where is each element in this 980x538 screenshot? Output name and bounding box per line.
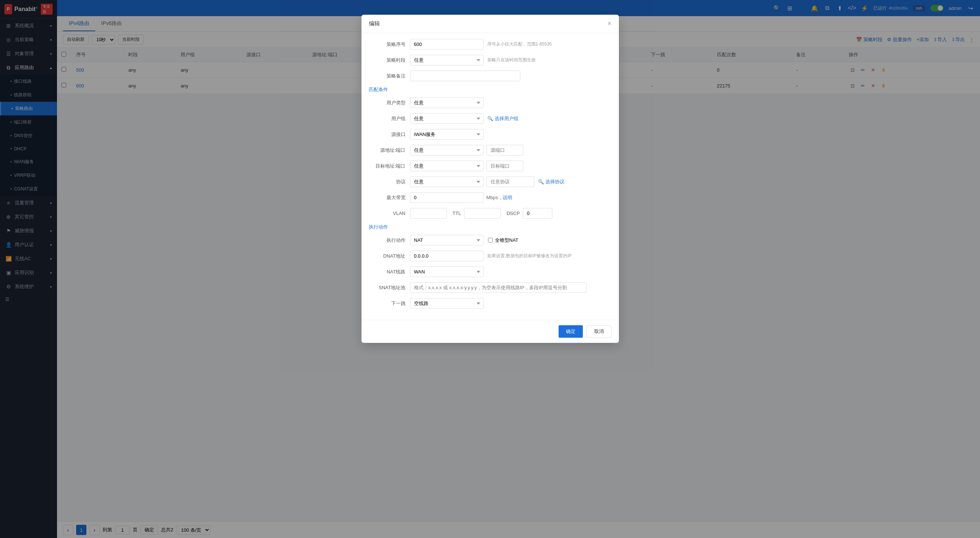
src-addr-row: 源地址:端口 任意 xyxy=(369,145,611,156)
search-icon: 🔍 xyxy=(487,116,493,121)
bandwidth-row: 最大带宽 Mbps， 说明 xyxy=(369,192,611,203)
full-cone-checkbox[interactable] xyxy=(488,238,493,243)
remark-label: 策略备注 xyxy=(369,73,406,79)
select-protocol-label: 选择协议 xyxy=(545,179,565,185)
dnat-hint: 如果设置,数据包的目标IP被修改为设置的IP xyxy=(487,253,572,259)
user-type-select[interactable]: 任意 xyxy=(410,97,484,108)
dst-addr-select[interactable]: 任意 xyxy=(410,160,484,171)
bandwidth-help-link[interactable]: 说明 xyxy=(503,194,512,201)
snat-input[interactable] xyxy=(410,282,587,293)
next-hop-select[interactable]: 空线路 xyxy=(410,298,484,309)
bandwidth-input[interactable] xyxy=(410,192,484,203)
protocol-select[interactable]: 任意 xyxy=(410,176,484,187)
src-port-input[interactable] xyxy=(487,145,523,156)
bandwidth-label: 最大带宽 xyxy=(369,194,406,201)
dnat-row: DNAT地址 如果设置,数据包的目标IP被修改为设置的IP xyxy=(369,251,611,261)
action-section-title: 执行动作 xyxy=(369,224,611,230)
modal-body: 策略序号 序号从小往大匹配，范围1-65535 策略时段 任意 策略只在该时间范… xyxy=(361,33,619,320)
dscp-input[interactable] xyxy=(523,208,552,219)
next-hop-row: 下一跳 空线路 xyxy=(369,298,611,309)
modal-header: 编辑 × xyxy=(361,15,619,33)
period-row: 策略时段 任意 策略只在该时间范围生效 xyxy=(369,55,611,65)
action-select[interactable]: NAT xyxy=(410,235,484,246)
snat-row: SNAT地址池 xyxy=(369,282,611,293)
nat-line-row: NAT线路 WAN xyxy=(369,267,611,277)
action-label: 执行动作 xyxy=(369,237,406,244)
period-hint: 策略只在该时间范围生效 xyxy=(487,57,536,63)
select-protocol-link[interactable]: 🔍 选择协议 xyxy=(538,179,565,185)
seq-row: 策略序号 序号从小往大匹配，范围1-65535 xyxy=(369,39,611,49)
src-addr-label: 源地址:端口 xyxy=(369,147,406,154)
dst-addr-label: 目标地址:端口 xyxy=(369,163,406,170)
dnat-label: DNAT地址 xyxy=(369,253,406,259)
modal-overlay: 编辑 × 策略序号 序号从小往大匹配，范围1-65535 策略时段 任意 策略只… xyxy=(0,0,980,538)
src-iface-label: 源接口 xyxy=(369,131,406,138)
match-section-title: 匹配条件 xyxy=(369,86,611,93)
ttl-label: TTL xyxy=(453,211,461,216)
nat-line-select[interactable]: WAN xyxy=(410,267,484,277)
dst-port-input[interactable] xyxy=(487,160,523,171)
seq-input[interactable] xyxy=(410,39,484,49)
user-group-row: 用户组 任意 🔍 选择用户组 xyxy=(369,113,611,124)
dst-addr-row: 目标地址:端口 任意 xyxy=(369,160,611,171)
user-group-label: 用户组 xyxy=(369,115,406,122)
vlan-row: VLAN TTL DSCP xyxy=(369,208,611,219)
user-type-label: 用户类型 xyxy=(369,100,406,106)
nat-line-label: NAT线路 xyxy=(369,269,406,275)
snat-label: SNAT地址池 xyxy=(369,284,406,291)
confirm-button[interactable]: 确定 xyxy=(558,325,583,338)
dscp-label: DSCP xyxy=(507,211,520,216)
ttl-input[interactable] xyxy=(464,208,501,219)
bandwidth-unit: Mbps， xyxy=(487,194,503,201)
dnat-input[interactable] xyxy=(410,251,484,261)
modal-close-button[interactable]: × xyxy=(608,20,611,27)
search-icon: 🔍 xyxy=(538,179,544,184)
select-user-group-link[interactable]: 🔍 选择用户组 xyxy=(487,115,519,122)
protocol-input[interactable] xyxy=(487,176,534,187)
modal-footer: 确定 取消 xyxy=(361,320,619,343)
period-label: 策略时段 xyxy=(369,57,406,63)
vlan-input[interactable] xyxy=(410,208,447,219)
full-cone-label: 全锥型NAT xyxy=(495,237,519,244)
period-select[interactable]: 任意 xyxy=(410,55,484,65)
vlan-label: VLAN xyxy=(369,211,406,216)
seq-label: 策略序号 xyxy=(369,41,406,48)
action-row: 执行动作 NAT 全锥型NAT xyxy=(369,235,611,246)
select-user-group-label: 选择用户组 xyxy=(495,115,519,122)
next-hop-label: 下一跳 xyxy=(369,300,406,307)
modal-title: 编辑 xyxy=(369,20,380,27)
src-iface-row: 源接口 iWAN服务 xyxy=(369,129,611,140)
remark-row: 策略备注 xyxy=(369,71,611,81)
seq-hint: 序号从小往大匹配，范围1-65535 xyxy=(487,41,552,48)
remark-input[interactable] xyxy=(410,71,520,81)
user-group-select[interactable]: 任意 xyxy=(410,113,484,124)
edit-modal: 编辑 × 策略序号 序号从小往大匹配，范围1-65535 策略时段 任意 策略只… xyxy=(361,15,619,343)
full-cone-group: 全锥型NAT xyxy=(488,237,519,244)
user-type-row: 用户类型 任意 xyxy=(369,97,611,108)
protocol-label: 协议 xyxy=(369,179,406,185)
cancel-button[interactable]: 取消 xyxy=(587,325,611,338)
protocol-row: 协议 任意 🔍 选择协议 xyxy=(369,176,611,187)
src-iface-select[interactable]: iWAN服务 xyxy=(410,129,484,140)
src-addr-select[interactable]: 任意 xyxy=(410,145,484,156)
